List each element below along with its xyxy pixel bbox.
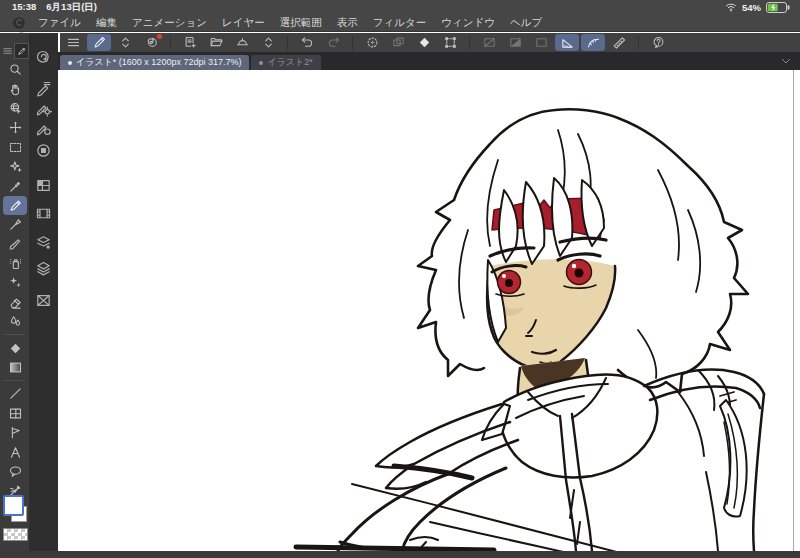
clock: 15:38 (12, 1, 36, 14)
artwork-illustration (58, 70, 800, 551)
navigator-icon[interactable] (35, 292, 52, 309)
wifi-icon (725, 1, 737, 13)
tab-illustration-2[interactable]: イラスト2* (251, 55, 320, 70)
snap-special-ruler-icon[interactable] (607, 34, 631, 51)
menu-file[interactable]: ファイル (38, 16, 81, 30)
ipad-status-bar: 15:38 6月13日(日) 54% (0, 0, 800, 14)
menu-bar: ファイル 編集 アニメーション レイヤー 選択範囲 表示 フィルター ウィンドウ… (0, 14, 800, 32)
divider (4, 334, 25, 335)
text-tool[interactable] (0, 442, 30, 461)
divider (287, 36, 288, 50)
balloon-tool[interactable] (0, 462, 30, 481)
drawing-canvas[interactable] (58, 70, 800, 551)
notification-badge (157, 34, 162, 39)
tool-palette (0, 33, 30, 551)
layer-icon[interactable] (35, 260, 52, 277)
tab-label: イラスト2* (267, 56, 312, 69)
unsaved-dot (68, 61, 72, 65)
sub-tool-icon[interactable] (35, 80, 52, 97)
tab-illustration-1[interactable]: イラスト* (1600 x 1200px 72dpi 317.7%) (60, 55, 249, 70)
eraser-tool[interactable] (0, 293, 30, 312)
animation-cels-icon[interactable] (35, 177, 52, 194)
menu-window[interactable]: ウィンドウ (441, 16, 495, 30)
zoom-tool[interactable] (0, 60, 30, 79)
divider (638, 36, 639, 50)
date: 6月13日(日) (46, 1, 97, 14)
brush-size-icon[interactable] (35, 120, 52, 137)
chevron-down-icon[interactable] (780, 55, 792, 67)
clip-studio-logo[interactable] (12, 16, 26, 30)
menu-edit[interactable]: 編集 (96, 16, 117, 30)
unsaved-dot (259, 61, 263, 65)
menu-filter[interactable]: フィルター (373, 16, 426, 30)
frame-border-tool[interactable] (0, 404, 30, 423)
menu-help[interactable]: ヘルプ (510, 16, 542, 30)
menu-layer[interactable]: レイヤー (222, 16, 265, 30)
flow-line-tool[interactable] (0, 423, 30, 442)
auto-select-tool[interactable] (0, 157, 30, 176)
color-set-icon[interactable] (35, 142, 52, 159)
eyedropper-tool[interactable] (0, 176, 30, 195)
battery-charging-icon (766, 2, 790, 13)
divider (352, 36, 353, 50)
canvas-tab-bar: イラスト* (1600 x 1200px 72dpi 317.7%) イラスト2… (58, 52, 800, 70)
transparent-color-swatch[interactable] (3, 528, 28, 541)
main-menu-icon[interactable] (61, 34, 85, 51)
pen-settings-icon[interactable] (87, 34, 111, 51)
gradient-tool[interactable] (0, 358, 30, 377)
invert-selection-icon (503, 34, 527, 51)
timeline-icon[interactable] (35, 205, 52, 222)
divider (469, 36, 470, 50)
redo-icon (321, 34, 345, 51)
save-chevrons-icon[interactable] (256, 34, 280, 51)
palette-menu-icon[interactable] (2, 45, 13, 57)
panel-rail (30, 33, 58, 551)
select-layer-icon (386, 34, 410, 51)
menu-view[interactable]: 表示 (337, 16, 358, 30)
command-bar (60, 33, 800, 52)
menu-animation[interactable]: アニメーション (132, 16, 207, 30)
open-file-icon[interactable] (204, 34, 228, 51)
quick-access-icon[interactable] (35, 49, 52, 66)
bottom-edge-bar (0, 551, 800, 558)
help-icon[interactable] (646, 34, 670, 51)
divider (4, 380, 25, 381)
clip-studio-icon[interactable] (139, 34, 163, 51)
divider (170, 36, 171, 50)
blend-tool[interactable] (0, 312, 30, 331)
hand-tool[interactable] (0, 79, 30, 98)
airbrush-tool[interactable] (0, 254, 30, 273)
brush-tool[interactable] (0, 235, 30, 254)
tab-label: イラスト* (1600 x 1200px 72dpi 317.7%) (76, 56, 241, 69)
filter-sparkle-icon[interactable] (360, 34, 384, 51)
selection-tool[interactable] (0, 138, 30, 157)
figure-tool[interactable] (0, 384, 30, 403)
move-layer-tool[interactable] (0, 118, 30, 137)
main-color-swatch[interactable] (3, 495, 24, 516)
current-tool-icon (14, 43, 29, 59)
deselect-icon (477, 34, 501, 51)
clip-studio-paint-window: 15:38 6月13日(日) 54% ファイル 編集 アニメーション レイヤー … (0, 0, 800, 558)
pencil-tool[interactable] (0, 215, 30, 234)
transform-icon[interactable] (438, 34, 462, 51)
decoration-tool[interactable] (0, 273, 30, 292)
snap-curve-ruler-icon[interactable] (581, 34, 605, 51)
tool-property-icon[interactable] (35, 100, 52, 117)
save-icon[interactable] (230, 34, 254, 51)
undo-icon[interactable] (295, 34, 319, 51)
new-canvas-icon[interactable] (178, 34, 202, 51)
pen-tool[interactable] (3, 196, 27, 215)
operation-tool[interactable] (0, 99, 30, 118)
layer-property-icon[interactable] (35, 234, 52, 251)
menu-selection[interactable]: 選択範囲 (280, 16, 322, 30)
fill-tool[interactable] (0, 338, 30, 357)
selection-area-icon (529, 34, 553, 51)
fill-icon[interactable] (412, 34, 436, 51)
color-swatches (0, 495, 30, 547)
battery-percent: 54% (742, 2, 761, 13)
workspace-chevrons-icon[interactable] (113, 34, 137, 51)
panel-edge-line (793, 70, 794, 551)
snap-ruler-icon[interactable] (555, 34, 579, 51)
